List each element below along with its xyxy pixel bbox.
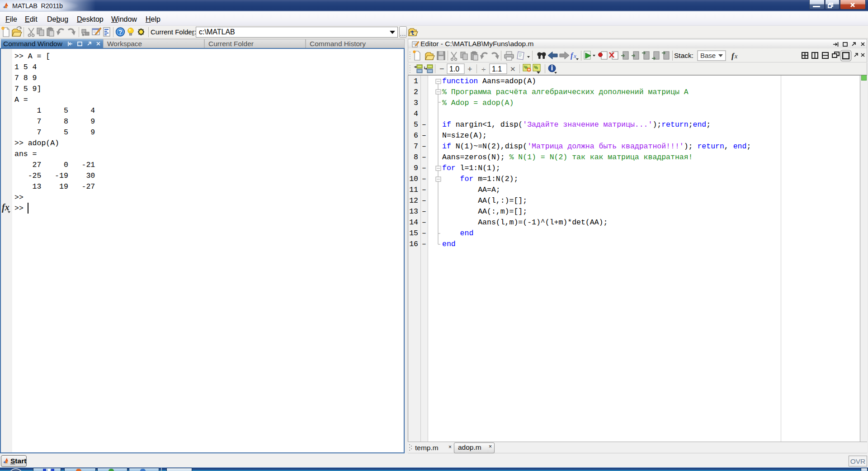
svg-text:f: f [571,52,574,60]
svg-text:?: ? [118,29,123,36]
svg-text:x: x [573,52,576,59]
svg-text:✕: ✕ [510,65,516,73]
svg-text:÷: ÷ [481,65,486,74]
svg-text:1.1: 1.1 [492,65,502,73]
svg-text:1.0: 1.0 [449,65,459,73]
svg-text:Base: Base [700,52,716,59]
svg-text:%: % [534,65,538,70]
svg-text:x: x [734,53,738,60]
svg-text:Stack:: Stack: [674,52,693,59]
svg-text:−: − [439,64,444,73]
svg-text:+: + [467,65,472,74]
